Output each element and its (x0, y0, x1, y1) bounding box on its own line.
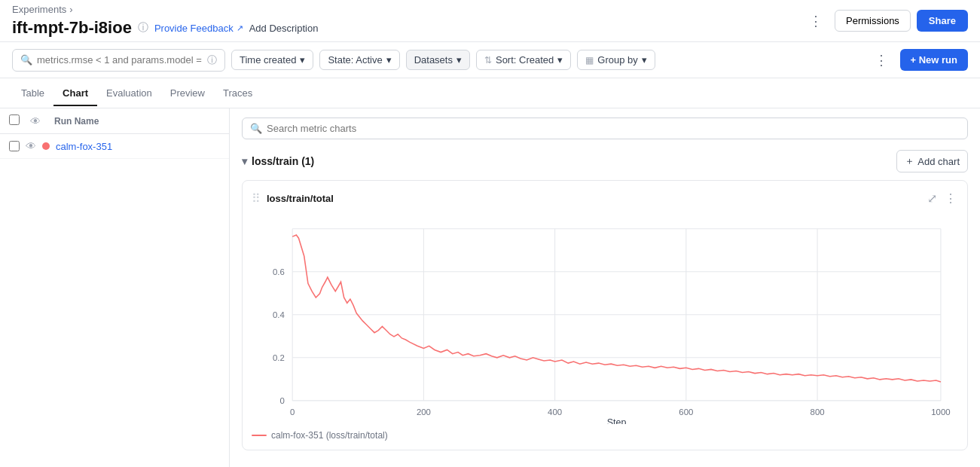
info-icon[interactable]: ⓘ (138, 21, 148, 35)
chart-title: loss/train/total (267, 193, 926, 204)
toolbar: 🔍 ⓘ Time created ▾ State: Active ▾ Datas… (0, 42, 980, 78)
run-table-header: 👁 Run Name (0, 108, 229, 134)
chart-more-button[interactable]: ⋮ (943, 190, 958, 207)
svg-text:Step: Step (607, 417, 627, 424)
state-active-dropdown[interactable]: State: Active ▾ (319, 50, 399, 70)
svg-text:800: 800 (811, 407, 825, 417)
chart-search-input[interactable] (267, 123, 960, 134)
title-row: ift-mpt-7b-i8ioe ⓘ Provide Feedback ↗ Ad… (12, 18, 803, 38)
eye-icon: 👁 (30, 115, 41, 127)
sort-created-dropdown[interactable]: ⇅ Sort: Created ▾ (476, 50, 571, 70)
permissions-button[interactable]: Permissions (835, 10, 911, 32)
loss-chart: 0 0.2 0.4 0.6 0 200 400 600 800 1000 Ste… (252, 213, 958, 424)
legend-label: calm-fox-351 (loss/train/total) (271, 430, 388, 441)
tab-chart[interactable]: Chart (53, 81, 97, 106)
tab-table[interactable]: Table (12, 81, 53, 106)
feedback-link[interactable]: Provide Feedback ↗ (154, 23, 243, 34)
run-row[interactable]: 👁 calm-fox-351 (0, 134, 229, 159)
tab-evaluation[interactable]: Evaluation (97, 81, 161, 106)
external-link-icon: ↗ (237, 23, 243, 33)
chart-actions: ⤢ ⋮ (926, 190, 958, 207)
tab-preview[interactable]: Preview (161, 81, 214, 106)
chart-search-box: 🔍 (242, 118, 968, 139)
chart-group-header: ▾ loss/train (1) ＋ Add chart (242, 150, 968, 172)
more-options-button[interactable]: ⋮ (803, 10, 829, 32)
chart-group: ▾ loss/train (1) ＋ Add chart ⠿ loss/trai… (242, 150, 968, 450)
plus-icon: ＋ (905, 154, 914, 168)
search-box: 🔍 ⓘ (12, 49, 225, 72)
svg-text:0: 0 (279, 396, 284, 405)
chevron-down-icon: ▾ (386, 54, 392, 66)
toolbar-more-button[interactable]: ⋮ (869, 49, 894, 72)
search-icon: 🔍 (20, 54, 32, 66)
group-icon: ▦ (585, 55, 594, 66)
run-checkbox[interactable] (9, 141, 20, 151)
svg-text:400: 400 (548, 407, 562, 417)
breadcrumb-parent[interactable]: Experiments (12, 4, 66, 15)
sort-icon: ⇅ (484, 55, 492, 66)
run-name-label[interactable]: calm-fox-351 (56, 141, 220, 152)
info-circle-icon: ⓘ (207, 53, 217, 67)
search-icon: 🔍 (250, 123, 262, 134)
breadcrumb: Experiments › (12, 4, 803, 15)
add-description-button[interactable]: Add Description (249, 23, 319, 34)
svg-text:600: 600 (679, 407, 693, 417)
run-name-column-header: Run Name (54, 116, 220, 127)
tab-traces[interactable]: Traces (214, 81, 261, 106)
svg-text:200: 200 (417, 407, 431, 417)
left-panel: 👁 Run Name 👁 calm-fox-351 (0, 108, 230, 467)
group-by-dropdown[interactable]: ▦ Group by ▾ (577, 50, 655, 70)
svg-text:0: 0 (290, 407, 295, 417)
main-layout: 👁 Run Name 👁 calm-fox-351 🔍 ▾ loss/train… (0, 108, 980, 467)
chart-card: ⠿ loss/train/total ⤢ ⋮ (242, 180, 968, 450)
chart-group-title: ▾ loss/train (1) (242, 155, 896, 167)
new-run-button[interactable]: + New run (900, 49, 969, 71)
add-chart-button[interactable]: ＋ Add chart (896, 150, 968, 172)
chart-legend: calm-fox-351 (loss/train/total) (252, 430, 958, 441)
share-button[interactable]: Share (917, 10, 968, 32)
search-input[interactable] (37, 54, 203, 66)
fullscreen-button[interactable]: ⤢ (926, 190, 939, 207)
legend-color-line (252, 435, 267, 436)
select-all-checkbox[interactable] (9, 114, 20, 125)
chevron-down-icon: ▾ (557, 54, 563, 66)
drag-icon[interactable]: ⠿ (252, 191, 261, 206)
run-color-dot (42, 142, 50, 150)
svg-text:0.2: 0.2 (273, 353, 285, 362)
svg-text:0.4: 0.4 (273, 310, 285, 319)
right-panel: 🔍 ▾ loss/train (1) ＋ Add chart ⠿ loss/tr… (230, 108, 980, 467)
chart-container: 0 0.2 0.4 0.6 0 200 400 600 800 1000 Ste… (252, 213, 958, 424)
eye-icon[interactable]: 👁 (26, 140, 36, 152)
chevron-down-icon: ▾ (456, 54, 462, 66)
datasets-dropdown[interactable]: Datasets ▾ (406, 50, 470, 70)
chevron-down-icon: ▾ (642, 54, 647, 66)
tabs-bar: Table Chart Evaluation Preview Traces (0, 78, 980, 108)
header-left: Experiments › ift-mpt-7b-i8ioe ⓘ Provide… (12, 4, 803, 38)
page-title: ift-mpt-7b-i8ioe (12, 18, 132, 38)
header-right: ⋮ Permissions Share (803, 10, 968, 32)
svg-text:1000: 1000 (931, 407, 950, 417)
svg-text:0.6: 0.6 (273, 267, 285, 276)
chart-card-header: ⠿ loss/train/total ⤢ ⋮ (252, 190, 958, 207)
time-created-dropdown[interactable]: Time created ▾ (231, 50, 313, 70)
breadcrumb-sep: › (69, 4, 72, 15)
chevron-icon[interactable]: ▾ (242, 155, 247, 167)
chevron-down-icon: ▾ (300, 54, 305, 66)
top-header: Experiments › ift-mpt-7b-i8ioe ⓘ Provide… (0, 0, 980, 42)
